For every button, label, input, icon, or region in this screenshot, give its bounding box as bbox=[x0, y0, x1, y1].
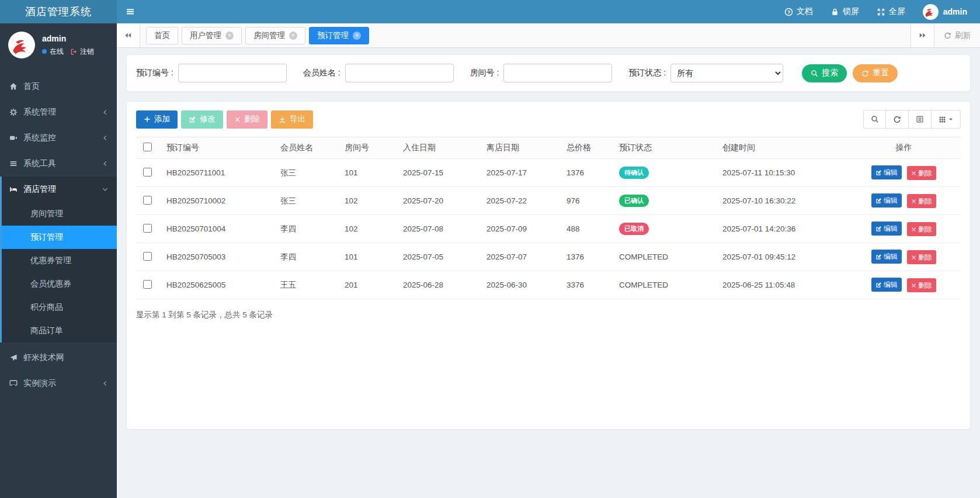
navbar-username: admin bbox=[943, 7, 967, 16]
angles-left-icon bbox=[124, 32, 132, 39]
row-delete-button[interactable]: 删除 bbox=[907, 222, 936, 236]
menu-label: 系统管理 bbox=[23, 107, 96, 117]
table-header-row: 预订编号 会员姓名 房间号 入住日期 离店日期 总价格 预订状态 创建时间 操作 bbox=[136, 137, 961, 159]
user-menu[interactable]: admin bbox=[923, 4, 967, 20]
sidebar-item-home[interactable]: 首页 bbox=[0, 74, 117, 99]
add-button[interactable]: 添加 bbox=[136, 110, 178, 129]
edit-icon bbox=[875, 198, 882, 204]
sidebar-item-system-tools[interactable]: 系统工具 bbox=[0, 151, 117, 177]
col-created-time: 创建时间 bbox=[718, 137, 847, 159]
sidebar-item-xiami-tech[interactable]: 虾米技术网 bbox=[0, 345, 117, 371]
reset-button[interactable]: 重置 bbox=[853, 64, 898, 82]
tab-bar: 首页 用户管理 × 房间管理 × 预订管理 × bbox=[117, 23, 980, 48]
row-delete-button[interactable]: 删除 bbox=[907, 250, 936, 264]
cell-member-name: 李四 bbox=[276, 215, 340, 243]
cell-checkin-date: 2025-07-05 bbox=[398, 243, 482, 271]
select-all-checkbox[interactable] bbox=[143, 143, 152, 151]
row-edit-button[interactable]: 编辑 bbox=[871, 165, 902, 179]
sidebar-item-booking-mgmt[interactable]: 预订管理 bbox=[2, 226, 117, 249]
row-checkbox[interactable] bbox=[143, 196, 152, 205]
row-delete-label: 删除 bbox=[918, 168, 932, 178]
sidebar-item-hotel-mgmt[interactable]: 酒店管理 bbox=[2, 177, 117, 202]
status-badge: 已确认 bbox=[619, 195, 649, 207]
tab-booking-mgmt[interactable]: 预订管理 × bbox=[309, 27, 369, 44]
tabs-scroll-right-button[interactable] bbox=[911, 23, 934, 47]
x-icon bbox=[911, 283, 916, 288]
sidebar-avatar bbox=[8, 32, 35, 58]
grid-icon bbox=[939, 116, 946, 123]
menu-label: 系统监控 bbox=[23, 133, 96, 143]
x-icon bbox=[911, 199, 916, 204]
table-columns-button[interactable] bbox=[932, 110, 961, 129]
sidebar-item-points-goods[interactable]: 积分商品 bbox=[2, 296, 117, 319]
bird-logo-icon bbox=[9, 32, 34, 58]
row-edit-label: 编辑 bbox=[884, 168, 898, 178]
table-row: HB20250625005 王五 201 2025-06-28 2025-06-… bbox=[136, 271, 961, 299]
tabs-container: 首页 用户管理 × 房间管理 × 预订管理 × bbox=[140, 23, 911, 47]
row-edit-button[interactable]: 编辑 bbox=[871, 278, 902, 292]
sidebar-item-room-mgmt[interactable]: 房间管理 bbox=[2, 202, 117, 226]
booking-status-select[interactable]: 所有 bbox=[670, 64, 783, 82]
row-checkbox[interactable] bbox=[143, 252, 152, 261]
room-number-input[interactable] bbox=[503, 64, 612, 82]
table-toolbar: 添加 修改 删除 导出 bbox=[136, 110, 961, 129]
tabs-scroll-left-button[interactable] bbox=[117, 23, 140, 47]
row-edit-label: 编辑 bbox=[884, 280, 898, 290]
row-checkbox[interactable] bbox=[143, 224, 152, 233]
cell-checkout-date: 2025-07-17 bbox=[482, 159, 562, 187]
edit-button[interactable]: 修改 bbox=[181, 110, 223, 129]
row-edit-button[interactable]: 编辑 bbox=[871, 250, 902, 264]
lock-screen-link[interactable]: 锁屏 bbox=[830, 6, 859, 17]
search-icon bbox=[811, 70, 818, 77]
table-view-toggle-button[interactable] bbox=[909, 110, 932, 129]
row-edit-button[interactable]: 编辑 bbox=[871, 222, 902, 236]
row-checkbox[interactable] bbox=[143, 280, 152, 289]
sidebar-username: admin bbox=[42, 34, 94, 43]
tab-close-icon[interactable]: × bbox=[225, 32, 234, 40]
row-delete-button[interactable]: 删除 bbox=[907, 278, 936, 292]
logout-link[interactable]: 注销 bbox=[70, 47, 94, 57]
row-delete-button[interactable]: 删除 bbox=[907, 194, 936, 208]
sidebar-item-member-coupon[interactable]: 会员优惠券 bbox=[2, 272, 117, 296]
desktop-icon bbox=[9, 379, 18, 388]
tab-close-icon[interactable]: × bbox=[353, 32, 361, 40]
download-icon bbox=[279, 116, 286, 123]
cell-actions: 编辑 删除 bbox=[847, 215, 961, 243]
table-refresh-button[interactable] bbox=[886, 110, 909, 129]
sign-out-icon bbox=[70, 48, 78, 56]
booking-id-input[interactable] bbox=[178, 64, 287, 82]
plus-icon bbox=[144, 116, 151, 123]
logout-label: 注销 bbox=[80, 47, 94, 57]
docs-link[interactable]: 文档 bbox=[784, 6, 813, 17]
menu-label: 系统工具 bbox=[23, 158, 96, 169]
row-edit-button[interactable]: 编辑 bbox=[871, 193, 902, 208]
row-delete-button[interactable]: 删除 bbox=[907, 166, 936, 180]
col-booking-status: 预订状态 bbox=[614, 137, 718, 159]
sidebar-item-goods-order[interactable]: 商品订单 bbox=[2, 319, 117, 343]
sidebar-item-demo[interactable]: 实例演示 bbox=[0, 371, 117, 396]
tab-user-mgmt[interactable]: 用户管理 × bbox=[182, 27, 242, 44]
sidebar-item-coupon-mgmt[interactable]: 优惠券管理 bbox=[2, 249, 117, 272]
tab-room-mgmt[interactable]: 房间管理 × bbox=[245, 27, 305, 44]
cell-checkout-date: 2025-07-22 bbox=[482, 187, 562, 215]
table-search-toggle-button[interactable] bbox=[863, 110, 886, 129]
row-checkbox[interactable] bbox=[143, 168, 152, 177]
row-delete-label: 删除 bbox=[918, 224, 932, 234]
sidebar-toggle-button[interactable] bbox=[117, 0, 144, 23]
app-logo[interactable]: 酒店管理系统 bbox=[0, 0, 117, 23]
chevron-left-icon bbox=[102, 134, 109, 141]
cell-member-name: 张三 bbox=[276, 159, 340, 187]
tab-refresh-button[interactable]: 刷新 bbox=[934, 23, 980, 47]
x-icon bbox=[911, 227, 916, 232]
fullscreen-link[interactable]: 全屏 bbox=[877, 6, 905, 17]
sidebar-item-system-mgmt[interactable]: 系统管理 bbox=[0, 99, 117, 125]
tab-home[interactable]: 首页 bbox=[146, 27, 178, 44]
refresh-icon bbox=[861, 70, 869, 77]
member-name-input[interactable] bbox=[345, 64, 454, 82]
export-button[interactable]: 导出 bbox=[271, 110, 313, 129]
sidebar-item-system-monitor[interactable]: 系统监控 bbox=[0, 125, 117, 151]
tab-label: 首页 bbox=[154, 30, 170, 41]
delete-button[interactable]: 删除 bbox=[227, 110, 267, 129]
search-button[interactable]: 搜索 bbox=[802, 64, 847, 82]
tab-close-icon[interactable]: × bbox=[289, 32, 297, 40]
